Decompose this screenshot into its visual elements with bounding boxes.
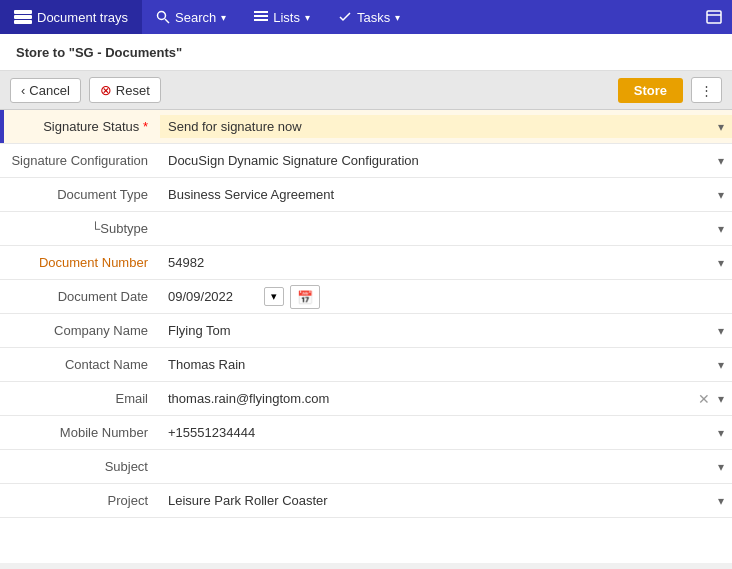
- email-clear-button[interactable]: ✕: [698, 391, 710, 407]
- contact-name-text: Thomas Rain: [168, 357, 714, 372]
- chevron-left-icon: ‹: [21, 83, 25, 98]
- company-name-chevron[interactable]: ▾: [718, 324, 724, 338]
- email-value: thomas.rain@flyingtom.com ✕ ▾: [160, 387, 732, 411]
- signature-status-value[interactable]: Send for signature now ▾: [160, 115, 732, 138]
- company-name-text: Flying Tom: [168, 323, 714, 338]
- page-title: Store to "SG - Documents": [0, 34, 732, 71]
- mobile-number-row: Mobile Number +15551234444 ▾: [0, 416, 732, 450]
- signature-config-label: Signature Configuration: [0, 147, 160, 174]
- contact-name-value[interactable]: Thomas Rain ▾: [160, 353, 732, 376]
- subtype-row: └Subtype ▾: [0, 212, 732, 246]
- mobile-number-value[interactable]: +15551234444 ▾: [160, 421, 732, 444]
- required-star: *: [143, 119, 148, 134]
- signature-config-text: DocuSign Dynamic Signature Configuration: [168, 153, 714, 168]
- calendar-icon: 📅: [297, 290, 313, 305]
- signature-status-row: Signature Status * Send for signature no…: [0, 110, 732, 144]
- mobile-number-chevron[interactable]: ▾: [718, 426, 724, 440]
- subject-label: Subject: [0, 453, 160, 480]
- contact-name-row: Contact Name Thomas Rain ▾: [0, 348, 732, 382]
- subject-chevron[interactable]: ▾: [718, 460, 724, 474]
- signature-config-row: Signature Configuration DocuSign Dynamic…: [0, 144, 732, 178]
- document-number-label: Document Number: [0, 249, 160, 276]
- signature-config-value[interactable]: DocuSign Dynamic Signature Configuration…: [160, 149, 732, 172]
- subject-value[interactable]: ▾: [160, 456, 732, 478]
- nav-tasks[interactable]: Tasks ▾: [324, 0, 414, 34]
- document-type-value[interactable]: Business Service Agreement ▾: [160, 183, 732, 206]
- document-type-chevron[interactable]: ▾: [718, 188, 724, 202]
- project-chevron[interactable]: ▾: [718, 494, 724, 508]
- mobile-number-text: +15551234444: [168, 425, 714, 440]
- subtype-value[interactable]: ▾: [160, 218, 732, 240]
- project-text: Leisure Park Roller Coaster: [168, 493, 714, 508]
- tasks-icon: [338, 10, 352, 24]
- nav-lists[interactable]: Lists ▾: [240, 0, 324, 34]
- document-date-row: Document Date ▾ 📅: [0, 280, 732, 314]
- mobile-number-label: Mobile Number: [0, 419, 160, 446]
- top-nav: Document trays Search ▾ Lists ▾ Tasks ▾: [0, 0, 732, 34]
- nav-search[interactable]: Search ▾: [142, 0, 240, 34]
- tray-icon: [14, 10, 32, 24]
- more-options-button[interactable]: ⋮: [691, 77, 722, 103]
- signature-status-label: Signature Status *: [0, 113, 160, 140]
- nav-window-icon[interactable]: [696, 0, 732, 34]
- document-number-text: 54982: [168, 255, 714, 270]
- more-icon: ⋮: [700, 83, 713, 98]
- email-chevron[interactable]: ▾: [718, 392, 724, 406]
- subtype-label: └Subtype: [0, 215, 160, 242]
- document-number-row: Document Number 54982 ▾: [0, 246, 732, 280]
- svg-rect-2: [14, 20, 32, 24]
- search-chevron: ▾: [221, 12, 226, 23]
- project-value[interactable]: Leisure Park Roller Coaster ▾: [160, 489, 732, 512]
- svg-rect-7: [254, 19, 268, 21]
- email-row: Email thomas.rain@flyingtom.com ✕ ▾: [0, 382, 732, 416]
- document-type-text: Business Service Agreement: [168, 187, 714, 202]
- document-number-value[interactable]: 54982 ▾: [160, 251, 732, 274]
- subject-row: Subject ▾: [0, 450, 732, 484]
- svg-point-3: [158, 12, 166, 20]
- reset-button[interactable]: ⊗ Reset: [89, 77, 161, 103]
- window-icon: [706, 10, 722, 24]
- subtype-chevron[interactable]: ▾: [718, 222, 724, 236]
- search-icon: [156, 10, 170, 24]
- lists-chevron: ▾: [305, 12, 310, 23]
- date-input-wrapper: ▾ 📅: [168, 285, 320, 309]
- company-name-label: Company Name: [0, 317, 160, 344]
- signature-config-chevron[interactable]: ▾: [718, 154, 724, 168]
- email-label: Email: [0, 385, 160, 412]
- tasks-chevron: ▾: [395, 12, 400, 23]
- calendar-button[interactable]: 📅: [290, 285, 320, 309]
- cancel-button[interactable]: ‹ Cancel: [10, 78, 81, 103]
- company-name-value[interactable]: Flying Tom ▾: [160, 319, 732, 342]
- project-row: Project Leisure Park Roller Coaster ▾: [0, 484, 732, 518]
- document-date-label: Document Date: [0, 283, 160, 310]
- svg-rect-1: [14, 15, 32, 19]
- nav-document-trays[interactable]: Document trays: [0, 0, 142, 34]
- reset-icon: ⊗: [100, 82, 112, 98]
- document-date-value: ▾ 📅: [160, 281, 732, 313]
- date-dropdown-button[interactable]: ▾: [264, 287, 284, 306]
- document-type-row: Document Type Business Service Agreement…: [0, 178, 732, 212]
- store-button[interactable]: Store: [618, 78, 683, 103]
- contact-name-chevron[interactable]: ▾: [718, 358, 724, 372]
- document-number-chevron[interactable]: ▾: [718, 256, 724, 270]
- date-input[interactable]: [168, 289, 258, 304]
- svg-rect-6: [254, 15, 268, 17]
- svg-rect-0: [14, 10, 32, 14]
- svg-rect-5: [254, 11, 268, 13]
- form-container: Signature Status * Send for signature no…: [0, 110, 732, 563]
- list-icon: [254, 10, 268, 24]
- email-text: thomas.rain@flyingtom.com: [168, 391, 698, 406]
- svg-line-4: [165, 19, 169, 23]
- svg-rect-8: [707, 11, 721, 23]
- row-indicator: [0, 110, 4, 143]
- project-label: Project: [0, 487, 160, 514]
- company-name-row: Company Name Flying Tom ▾: [0, 314, 732, 348]
- toolbar: ‹ Cancel ⊗ Reset Store ⋮: [0, 71, 732, 110]
- document-type-label: Document Type: [0, 181, 160, 208]
- contact-name-label: Contact Name: [0, 351, 160, 378]
- signature-status-text: Send for signature now: [168, 119, 714, 134]
- signature-status-chevron[interactable]: ▾: [718, 120, 724, 134]
